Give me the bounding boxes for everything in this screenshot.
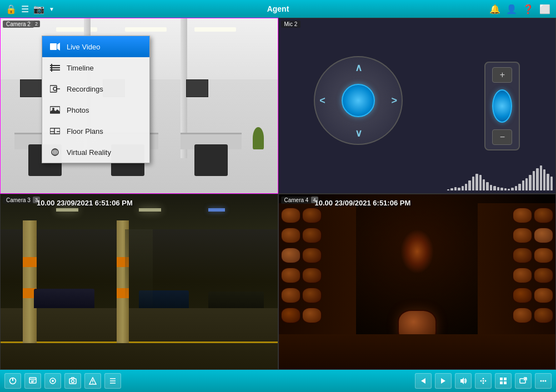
ptz-left-arrow[interactable]: < (319, 94, 325, 106)
snapshot-button[interactable] (64, 373, 81, 389)
svg-point-28 (72, 380, 74, 383)
more-button[interactable] (535, 373, 552, 389)
menu-item-virtual-reality-label: Virtual Reality (67, 148, 111, 157)
audio-bar (475, 174, 478, 190)
audio-bar (483, 179, 485, 190)
timeline-icon (49, 62, 61, 74)
alert-button[interactable] (84, 373, 101, 389)
ptz-right-arrow[interactable]: > (392, 94, 398, 106)
audio-bar (458, 188, 460, 190)
svg-marker-39 (482, 383, 484, 384)
parking-feed (1, 194, 278, 369)
cellar-feed (279, 194, 556, 369)
audio-bars (444, 138, 555, 193)
audio-bar (493, 186, 495, 190)
svg-rect-12 (50, 128, 60, 134)
ptz-down-arrow[interactable]: ∨ (355, 127, 362, 139)
audio-bar (550, 177, 553, 190)
bottom-bar-right (415, 373, 552, 389)
menu-icon[interactable]: ☰ (21, 4, 29, 14)
menu-item-photos-label: Photos (67, 106, 89, 114)
menu-item-recordings[interactable]: Recordings (42, 78, 149, 99)
audio-bar (500, 188, 503, 190)
list-button[interactable] (104, 373, 121, 389)
audio-bar (462, 186, 464, 190)
audio-bar (454, 187, 457, 190)
bottom-bar-left (4, 373, 121, 389)
audio-bar (479, 175, 482, 190)
svg-marker-40 (480, 380, 482, 382)
svg-point-31 (92, 383, 93, 384)
zoom-control[interactable]: + − (484, 62, 520, 150)
svg-marker-11 (50, 109, 60, 113)
audio-bar (515, 186, 517, 190)
ptz-control[interactable]: ∧ ∨ < > (314, 56, 414, 156)
video-icon (49, 41, 61, 53)
audio-bar (468, 180, 470, 190)
back-button[interactable] (415, 373, 432, 389)
svg-marker-38 (482, 378, 484, 379)
svg-marker-36 (441, 378, 445, 384)
camera-icon[interactable]: 📷 (33, 4, 44, 14)
svg-rect-46 (504, 381, 507, 384)
audio-bar (497, 187, 499, 190)
window-icon[interactable]: ⬜ (539, 4, 550, 14)
forward-button[interactable] (435, 373, 452, 389)
help-icon[interactable]: ❓ (523, 4, 534, 14)
ptz-up-arrow[interactable]: ∧ (355, 62, 362, 74)
lock-icon[interactable]: 🔒 (6, 4, 17, 14)
camera-3-label: Camera 3 (3, 197, 34, 204)
title-bar-right: 🔔 👤 ❓ ⬜ (489, 4, 550, 14)
svg-point-52 (543, 380, 544, 382)
svg-rect-43 (500, 378, 503, 380)
move-button[interactable] (475, 373, 492, 389)
main-content: Camera 2 2 ∧ ∨ < > + − Mic (0, 18, 556, 370)
camera-1-label: Camera 2 (3, 21, 34, 28)
ptz-center-button[interactable] (342, 84, 375, 117)
menu-item-virtual-reality[interactable]: Virtual Reality (42, 142, 149, 163)
zoom-slider[interactable] (492, 89, 512, 123)
audio-bar (536, 168, 538, 190)
zoom-plus-button[interactable]: + (492, 67, 512, 83)
ptz-outer-ring[interactable]: ∧ ∨ < > (314, 56, 403, 145)
external-button[interactable] (515, 373, 532, 389)
camera-2-label: Mic 2 (281, 21, 301, 28)
edit-button[interactable] (24, 373, 41, 389)
power-button[interactable] (4, 373, 21, 389)
svg-rect-44 (504, 378, 507, 380)
svg-point-26 (52, 380, 54, 382)
audio-bar (486, 182, 488, 190)
camera-4-label: Camera 4 (281, 197, 312, 204)
audio-bar (547, 174, 549, 190)
audio-bar (529, 175, 531, 190)
title-bar-left: 🔒 ☰ 📷 ▼ (6, 4, 54, 14)
record-button[interactable] (44, 373, 61, 389)
camera-panel-3[interactable]: Camera 3 3 10.00 23/09/2021 6:51:06 PM (0, 194, 278, 370)
audio-bar (465, 184, 467, 190)
menu-item-live-video[interactable]: Live Video (42, 36, 149, 57)
person-icon[interactable]: 👤 (506, 4, 517, 14)
bell-icon[interactable]: 🔔 (489, 4, 500, 14)
audio-bar (508, 189, 510, 190)
bottom-bar (0, 370, 556, 392)
audio-bar (472, 177, 474, 190)
menu-item-photos[interactable]: Photos (42, 99, 149, 120)
menu-item-floor-plans[interactable]: Floor Plans (42, 120, 149, 142)
grid-button[interactable] (495, 373, 512, 389)
camera-panel-2[interactable]: ∧ ∨ < > + − Mic 2 (278, 18, 557, 194)
dropdown-arrow-icon[interactable]: ▼ (49, 6, 54, 12)
audio-bar (543, 169, 545, 190)
menu-item-floor-plans-label: Floor Plans (67, 127, 103, 135)
svg-point-7 (53, 87, 57, 91)
svg-point-51 (540, 380, 542, 382)
photos-icon (49, 104, 61, 116)
camera-3-timestamp: 10.00 23/09/2021 6:51:06 PM (37, 199, 133, 207)
vr-icon (49, 146, 61, 158)
camera-4-timestamp: 10.00 23/09/2021 6:51:06 PM (315, 199, 411, 207)
menu-item-timeline[interactable]: Timeline (42, 57, 149, 78)
volume-button[interactable] (455, 373, 472, 389)
svg-point-42 (483, 380, 484, 382)
menu-item-recordings-label: Recordings (67, 85, 103, 93)
camera-panel-4[interactable]: Camera 4 4 10.00 23/09/2021 6:51:06 PM (278, 194, 557, 370)
menu-item-live-video-label: Live Video (67, 43, 100, 51)
